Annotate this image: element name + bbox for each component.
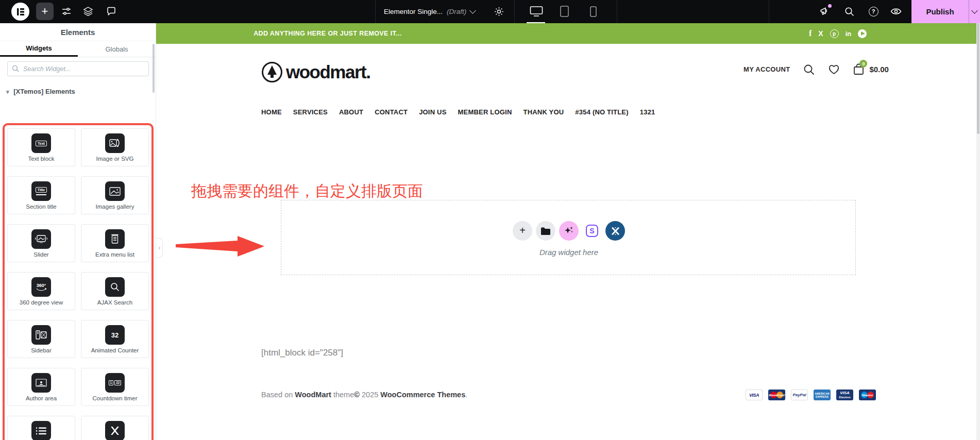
site-search-button[interactable]	[803, 64, 815, 75]
add-section-button[interactable]: +	[513, 221, 532, 241]
desktop-icon	[530, 6, 543, 17]
widget-ajax-search[interactable]: AJAX Search	[81, 272, 149, 310]
nav-item-member-login[interactable]: MEMBER LOGIN	[458, 108, 512, 116]
panel-collapse-button[interactable]: ‹	[157, 238, 163, 258]
widget-text-block[interactable]: Text Text block	[7, 128, 75, 166]
facebook-icon[interactable]: f	[809, 29, 812, 38]
widget-menu-list[interactable]	[7, 416, 75, 440]
nav-item-join-us[interactable]: JOIN US	[419, 108, 446, 116]
nav-item-about[interactable]: ABOUT	[339, 108, 363, 116]
nav-item-contact[interactable]: CONTACT	[375, 108, 408, 116]
visa-electron-icon: VISA Electron	[836, 390, 853, 400]
nav-item-thank-you[interactable]: THANK YOU	[523, 108, 564, 116]
widget-images-gallery[interactable]: Images gallery	[81, 176, 149, 214]
x-twitter-icon[interactable]: X	[818, 29, 823, 38]
comment-icon	[107, 7, 116, 16]
widget-countdown-timer[interactable]: 1 22 Countdown timer	[81, 368, 149, 406]
finder-search-button[interactable]	[843, 6, 855, 17]
text-block-icon: Text	[31, 133, 51, 153]
tab-widgets[interactable]: Widgets	[0, 41, 78, 57]
wishlist-button[interactable]	[828, 64, 840, 75]
widget-category-header[interactable]: ▾ [XTemos] Elements	[6, 88, 75, 95]
add-template-button[interactable]	[536, 221, 555, 241]
publish-label: Publish	[926, 7, 954, 16]
widget-image-or-svg[interactable]: Image or SVG	[81, 128, 149, 166]
widget-x-twitter[interactable]	[81, 416, 149, 440]
notification-dot	[828, 4, 832, 8]
widget-label: Image or SVG	[96, 156, 134, 162]
linkedin-icon[interactable]: in	[846, 30, 852, 38]
elementor-dropzone[interactable]: + S	[281, 200, 856, 275]
chevron-left-icon: ‹	[159, 244, 161, 251]
widget-animated-counter[interactable]: 32 Animated Counter	[81, 320, 149, 358]
nav-item-services[interactable]: SERVICES	[293, 108, 328, 116]
caret-down-icon: ▾	[6, 89, 9, 95]
widget-extra-menu-list[interactable]: Extra menu list	[81, 224, 149, 262]
active-device-indicator	[527, 22, 545, 23]
payment-methods: VISA MasterCard PayPal AMERICAN EXPRESS …	[746, 390, 876, 400]
widget-section-title[interactable]: Title Section title	[7, 176, 75, 214]
help-button[interactable]: ?	[868, 6, 879, 17]
extra-menu-list-icon	[105, 229, 125, 249]
adjustments-icon	[61, 6, 72, 16]
tab-globals[interactable]: Globals	[78, 41, 156, 57]
widget-author-area[interactable]: Author area	[7, 368, 75, 406]
site-header: woodmart. MY ACCOUNT	[156, 44, 976, 103]
panel-title: Elements	[0, 23, 156, 41]
notes-button[interactable]	[106, 6, 117, 17]
widget-label: Text block	[28, 156, 54, 162]
icon-chip-text: 360°	[37, 283, 46, 288]
widget-label: Countdown timer	[93, 395, 138, 401]
widget-search-input[interactable]	[7, 61, 149, 76]
search-icon	[803, 64, 815, 75]
document-settings-button[interactable]	[493, 6, 504, 17]
slider-icon	[31, 229, 51, 249]
plus-icon: +	[42, 5, 48, 18]
structure-button[interactable]	[82, 6, 94, 17]
sparkles-icon	[564, 226, 574, 236]
publish-button[interactable]: Publish	[911, 0, 969, 23]
plus-icon: +	[519, 225, 526, 236]
cart-total[interactable]: $0.00	[869, 65, 889, 74]
document-switcher[interactable]: Elementor Single... (Draft)	[384, 0, 475, 23]
360-view-icon: 360°	[31, 277, 51, 297]
shortcode-text: [html_block id="258"]	[261, 348, 343, 358]
ajax-search-icon	[105, 277, 125, 297]
cart-button[interactable]: 0	[853, 63, 864, 75]
device-tablet-button[interactable]	[559, 6, 570, 17]
widget-slider[interactable]: Slider	[7, 224, 75, 262]
widget-category-label: [XTemos] Elements	[13, 88, 75, 95]
animated-counter-icon: 32	[105, 325, 125, 345]
icon-chip-text: 22	[114, 380, 121, 386]
device-desktop-button[interactable]	[529, 6, 544, 17]
site-logo[interactable]: woodmart.	[261, 61, 370, 83]
preview-changes-button[interactable]	[890, 6, 902, 17]
site-topbar-message: ADD ANYTHING HERE OR JUST REMOVE IT...	[254, 23, 402, 44]
elements-panel: Elements Widgets Globals ▾ [XTemos] Elem…	[0, 23, 156, 440]
nav-item-354-no-title[interactable]: #354 (NO TITLE)	[575, 108, 628, 116]
add-element-button[interactable]: +	[36, 3, 54, 20]
ai-builder-button[interactable]	[559, 221, 579, 241]
telegram-icon[interactable]	[858, 29, 867, 38]
topbar-divider	[617, 0, 617, 23]
widget-360-degree-view[interactable]: 360° 360 degree view	[7, 272, 75, 310]
widget-sidebar[interactable]: Sidebar	[7, 320, 75, 358]
gear-icon	[494, 6, 504, 17]
nav-item-1321[interactable]: 1321	[640, 108, 655, 116]
elementor-menu-button[interactable]	[11, 3, 29, 21]
plugin-s-button[interactable]: S	[582, 221, 602, 241]
device-mobile-button[interactable]	[587, 6, 599, 17]
page-preview: ADD ANYTHING HERE OR JUST REMOVE IT... f…	[156, 23, 976, 440]
icon-chip-text: Text	[36, 141, 47, 146]
preview-scrollbar-thumb[interactable]	[977, 23, 979, 134]
s-plugin-icon: S	[586, 225, 598, 237]
site-settings-button[interactable]	[61, 6, 72, 17]
xtemos-library-button[interactable]	[605, 221, 625, 241]
panel-scrollbar-thumb[interactable]	[153, 44, 155, 93]
publish-options-button[interactable]	[969, 0, 980, 23]
pinterest-icon[interactable]: p	[830, 29, 839, 38]
nav-item-home[interactable]: HOME	[261, 108, 282, 116]
my-account-link[interactable]: MY ACCOUNT	[744, 65, 790, 73]
preview-scrollbar[interactable]	[976, 23, 980, 440]
elementor-logo-icon	[16, 8, 25, 16]
